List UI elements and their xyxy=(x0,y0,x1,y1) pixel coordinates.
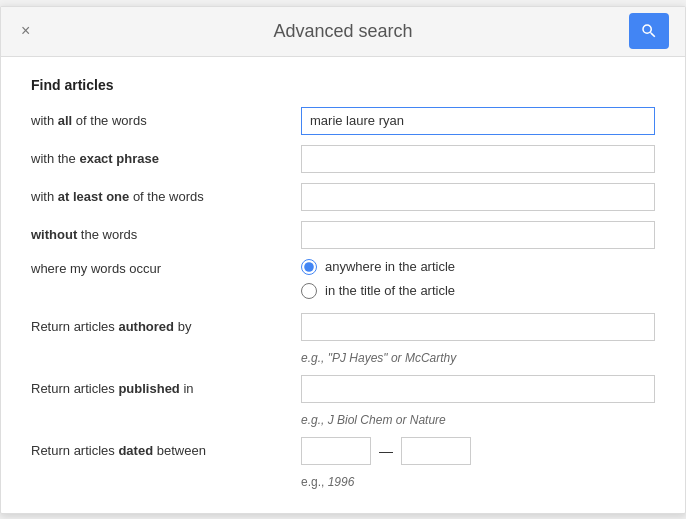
dialog-body: Find articles with all of the words with… xyxy=(1,57,685,513)
radio-title[interactable]: in the title of the article xyxy=(301,283,455,299)
close-button[interactable]: × xyxy=(17,18,34,44)
dated-row: Return articles dated between — xyxy=(31,437,655,465)
exact-phrase-row: with the exact phrase xyxy=(31,145,655,173)
search-button[interactable] xyxy=(629,13,669,49)
at-least-one-input[interactable] xyxy=(301,183,655,211)
radio-title-label: in the title of the article xyxy=(325,283,455,298)
date-to-input[interactable] xyxy=(401,437,471,465)
dialog-header: × Advanced search xyxy=(1,7,685,57)
published-bold: published xyxy=(118,381,179,396)
dated-bold: dated xyxy=(118,443,153,458)
dated-hint-italic: 1996 xyxy=(328,475,355,489)
where-row: where my words occur anywhere in the art… xyxy=(31,259,655,299)
without-words-label: without the words xyxy=(31,227,301,242)
date-inputs: — xyxy=(301,437,471,465)
published-hint-italic1: J Biol Chem xyxy=(328,413,393,427)
all-words-label: with all of the words xyxy=(31,113,301,128)
date-from-input[interactable] xyxy=(301,437,371,465)
date-separator: — xyxy=(379,443,393,459)
without-bold: without xyxy=(31,227,77,242)
dated-hint: e.g., 1996 xyxy=(301,475,655,489)
search-icon xyxy=(640,22,658,40)
all-words-bold: all xyxy=(58,113,72,128)
published-row: Return articles published in xyxy=(31,375,655,403)
all-words-row: with all of the words xyxy=(31,107,655,135)
advanced-search-dialog: × Advanced search Find articles with all… xyxy=(0,6,686,514)
without-words-input[interactable] xyxy=(301,221,655,249)
authored-hint-quote: "PJ Hayes" xyxy=(328,351,388,365)
authored-hint-italic: McCarthy xyxy=(405,351,456,365)
dated-label: Return articles dated between xyxy=(31,443,301,458)
all-words-input[interactable] xyxy=(301,107,655,135)
at-least-one-bold: at least one xyxy=(58,189,130,204)
authored-hint: e.g., "PJ Hayes" or McCarthy xyxy=(301,351,655,365)
where-label: where my words occur xyxy=(31,259,301,276)
authored-label: Return articles authored by xyxy=(31,319,301,334)
radio-title-input[interactable] xyxy=(301,283,317,299)
radio-anywhere[interactable]: anywhere in the article xyxy=(301,259,455,275)
close-icon: × xyxy=(21,22,30,39)
at-least-one-label: with at least one of the words xyxy=(31,189,301,204)
published-hint: e.g., J Biol Chem or Nature xyxy=(301,413,655,427)
published-label: Return articles published in xyxy=(31,381,301,396)
without-words-row: without the words xyxy=(31,221,655,249)
radio-group: anywhere in the article in the title of … xyxy=(301,259,455,299)
radio-anywhere-label: anywhere in the article xyxy=(325,259,455,274)
exact-phrase-label: with the exact phrase xyxy=(31,151,301,166)
exact-phrase-bold: exact phrase xyxy=(79,151,159,166)
dialog-title: Advanced search xyxy=(273,21,412,42)
section-title: Find articles xyxy=(31,77,655,93)
authored-input[interactable] xyxy=(301,313,655,341)
published-hint-italic2: Nature xyxy=(410,413,446,427)
exact-phrase-input[interactable] xyxy=(301,145,655,173)
at-least-one-row: with at least one of the words xyxy=(31,183,655,211)
published-input[interactable] xyxy=(301,375,655,403)
authored-row: Return articles authored by xyxy=(31,313,655,341)
authored-bold: authored xyxy=(118,319,174,334)
radio-anywhere-input[interactable] xyxy=(301,259,317,275)
